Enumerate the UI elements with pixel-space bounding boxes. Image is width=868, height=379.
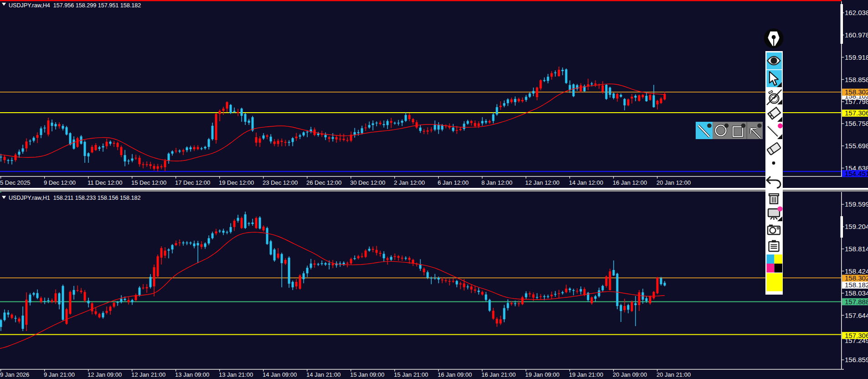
svg-text:155.698: 155.698 — [845, 142, 868, 150]
svg-text:159.918: 159.918 — [845, 53, 868, 61]
svg-text:16 Jan 12:00: 16 Jan 12:00 — [613, 179, 647, 186]
svg-text:11 Dec 12:00: 11 Dec 12:00 — [88, 179, 122, 186]
svg-text:157.888: 157.888 — [845, 298, 868, 306]
svg-text:12 Jan 12:00: 12 Jan 12:00 — [525, 179, 559, 186]
svg-text:158.858: 158.858 — [845, 76, 868, 83]
svg-text:13 Jan 09:00: 13 Jan 09:00 — [175, 371, 209, 378]
svg-text:9 Dec 12:00: 9 Dec 12:00 — [44, 179, 76, 186]
svg-text:6 Jan 12:00: 6 Jan 12:00 — [438, 179, 469, 186]
svg-text:17 Dec 12:00: 17 Dec 12:00 — [175, 179, 210, 186]
svg-text:12 Jan 09:00: 12 Jan 09:00 — [88, 371, 122, 378]
svg-text:160.978: 160.978 — [845, 31, 868, 39]
svg-text:16 Jan 21:00: 16 Jan 21:00 — [481, 371, 516, 378]
svg-text:20 Jan 12:00: 20 Jan 12:00 — [656, 179, 691, 186]
svg-text:157.644: 157.644 — [845, 312, 868, 319]
svg-text:20 Jan 21:00: 20 Jan 21:00 — [656, 371, 691, 378]
svg-text:158.034: 158.034 — [845, 289, 868, 297]
svg-text:USDJPY.raw,H4 157.956 158.299: USDJPY.raw,H4 157.956 158.299 157.951 15… — [9, 2, 141, 9]
svg-text:158.302: 158.302 — [845, 88, 868, 96]
svg-text:26 Dec 12:00: 26 Dec 12:00 — [306, 179, 341, 186]
svg-text:12 Jan 21:00: 12 Jan 21:00 — [131, 371, 165, 378]
svg-text:159.599: 159.599 — [845, 200, 868, 208]
svg-text:15 Jan 21:00: 15 Jan 21:00 — [394, 371, 428, 378]
svg-text:157.306: 157.306 — [845, 109, 868, 117]
svg-text:5 Dec 2025: 5 Dec 2025 — [0, 179, 31, 186]
svg-text:9 Jan 2026: 9 Jan 2026 — [0, 371, 29, 378]
svg-text:159.204: 159.204 — [845, 223, 868, 230]
svg-text:14 Jan 12:00: 14 Jan 12:00 — [569, 179, 603, 186]
svg-text:20 Jan 09:00: 20 Jan 09:00 — [613, 371, 647, 378]
svg-text:19 Jan 21:00: 19 Jan 21:00 — [569, 371, 603, 378]
svg-text:158.182: 158.182 — [845, 281, 868, 289]
svg-text:158.814: 158.814 — [845, 245, 868, 253]
svg-text:9 Jan 21:00: 9 Jan 21:00 — [44, 371, 75, 378]
svg-text:15 Dec 12:00: 15 Dec 12:00 — [131, 179, 166, 186]
svg-text:30 Dec 12:00: 30 Dec 12:00 — [350, 179, 385, 186]
svg-text:19 Jan 09:00: 19 Jan 09:00 — [525, 371, 559, 378]
svg-text:19 Dec 12:00: 19 Dec 12:00 — [219, 179, 254, 186]
svg-text:157.306: 157.306 — [845, 332, 868, 339]
svg-text:154.451: 154.451 — [845, 170, 868, 177]
svg-text:USDJPY.raw,H1 158.211 158.233: USDJPY.raw,H1 158.211 158.233 158.156 15… — [9, 195, 140, 201]
svg-text:15 Jan 09:00: 15 Jan 09:00 — [350, 371, 384, 378]
svg-text:16 Jan 09:00: 16 Jan 09:00 — [438, 371, 472, 378]
svg-text:156.758: 156.758 — [845, 119, 868, 127]
svg-text:156.859: 156.859 — [845, 356, 868, 363]
svg-text:23 Dec 12:00: 23 Dec 12:00 — [263, 179, 298, 186]
svg-text:2 Jan 12:00: 2 Jan 12:00 — [394, 179, 425, 186]
svg-text:14 Jan 21:00: 14 Jan 21:00 — [306, 371, 341, 378]
svg-text:162.038: 162.038 — [845, 9, 868, 16]
svg-text:8 Jan 12:00: 8 Jan 12:00 — [481, 179, 512, 186]
svg-text:13 Jan 21:00: 13 Jan 21:00 — [219, 371, 253, 378]
svg-text:14 Jan 09:00: 14 Jan 09:00 — [263, 371, 297, 378]
svg-text:158.424: 158.424 — [845, 267, 868, 275]
